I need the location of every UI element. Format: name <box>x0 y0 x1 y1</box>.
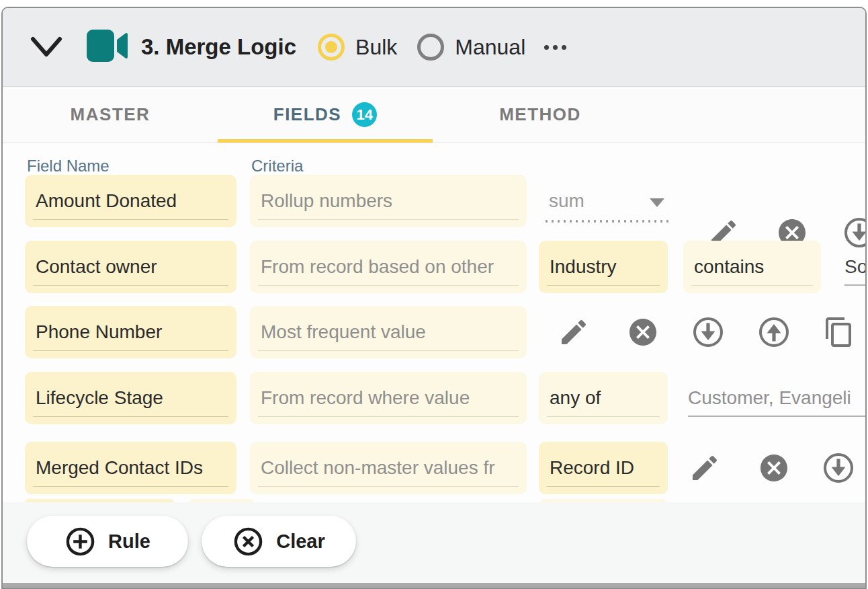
aggregation-value: sum <box>549 190 584 212</box>
value-input[interactable]: So <box>844 241 865 293</box>
add-rule-label: Rule <box>108 531 150 553</box>
active-tab-underline <box>218 139 433 143</box>
radio-manual-label[interactable]: Manual <box>455 35 525 60</box>
column-header-criteria: Criteria <box>251 157 303 175</box>
criteria-input[interactable]: Most frequent value <box>250 306 527 358</box>
table-row: Contact owner From record based on other… <box>3 241 865 293</box>
fields-count-badge: 14 <box>352 102 377 127</box>
remove-icon[interactable] <box>627 316 659 348</box>
merge-logic-panel: 3. Merge Logic Bulk Manual MASTER FIELDS… <box>1 7 867 589</box>
radio-manual[interactable] <box>417 34 444 61</box>
field-name-input[interactable]: Amount Donated <box>25 175 236 227</box>
criteria-input[interactable]: From record based on other <box>250 241 527 293</box>
field-name-input[interactable]: Lifecycle Stage <box>25 372 236 424</box>
plus-circle-icon <box>64 526 96 557</box>
tab-master[interactable]: MASTER <box>30 87 191 143</box>
ellipsis-icon[interactable] <box>543 40 568 55</box>
x-circle-icon <box>232 526 264 557</box>
table-row: Phone Number Most frequent value <box>3 306 865 358</box>
criteria-input[interactable]: Collect non-master values fr <box>250 442 527 494</box>
radio-bulk[interactable] <box>318 34 345 61</box>
criteria-input[interactable]: From record where value <box>250 372 527 424</box>
value-input[interactable]: Customer, Evangeli <box>688 372 865 424</box>
radio-dot <box>325 41 337 53</box>
aggregation-select[interactable]: sum <box>544 180 668 223</box>
tab-method[interactable]: METHOD <box>473 87 607 143</box>
tab-fields[interactable]: FIELDS 14 <box>231 87 419 143</box>
move-down-icon[interactable] <box>692 316 724 348</box>
clear-button[interactable]: Clear <box>202 516 356 567</box>
tab-fields-label: FIELDS <box>273 104 341 125</box>
operator-input[interactable]: contains <box>683 241 821 293</box>
operator-input[interactable]: any of <box>539 372 668 424</box>
fields-table: Field Name Criteria Amount Donated Rollu… <box>3 143 865 502</box>
tab-bar: MASTER FIELDS 14 METHOD <box>3 87 865 143</box>
edit-icon[interactable] <box>558 316 590 348</box>
table-row: Lifecycle Stage From record where value … <box>3 372 865 424</box>
column-header-field-name: Field Name <box>27 157 110 175</box>
page-title: 3. Merge Logic <box>141 34 296 60</box>
move-down-icon[interactable] <box>822 452 855 484</box>
chevron-down-icon <box>650 198 664 207</box>
field-name-input[interactable]: Merged Contact IDs <box>25 442 236 494</box>
field-name-input[interactable]: Phone Number <box>25 306 236 358</box>
add-rule-button[interactable]: Rule <box>27 516 188 567</box>
field-name-input[interactable]: Contact owner <box>25 241 236 293</box>
table-row: Amount Donated Rollup numbers sum <box>3 175 865 227</box>
video-camera-icon <box>86 28 129 66</box>
panel-footer: Rule Clear <box>3 502 865 586</box>
criteria-input[interactable]: Rollup numbers <box>250 175 527 227</box>
panel-header: 3. Merge Logic Bulk Manual <box>3 8 865 87</box>
duplicate-icon[interactable] <box>823 316 855 348</box>
edit-icon[interactable] <box>689 452 721 484</box>
param-input[interactable]: Record ID <box>539 442 668 494</box>
chevron-down-icon[interactable] <box>28 32 64 62</box>
move-up-icon[interactable] <box>758 316 790 348</box>
table-row: Merged Contact IDs Collect non-master va… <box>3 442 865 494</box>
clear-label: Clear <box>276 531 325 553</box>
remove-icon[interactable] <box>758 452 790 484</box>
param-input[interactable]: Industry <box>539 241 668 293</box>
bottom-scrollbar[interactable] <box>3 583 865 588</box>
radio-bulk-label[interactable]: Bulk <box>355 35 397 60</box>
